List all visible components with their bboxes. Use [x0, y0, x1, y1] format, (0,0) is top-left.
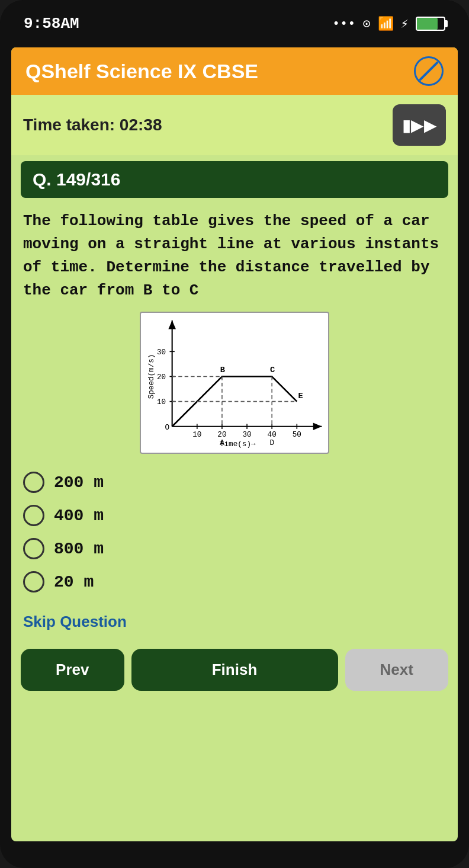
- svg-text:Time(s)→: Time(s)→: [220, 440, 256, 449]
- radio-2[interactable]: [23, 505, 44, 526]
- app-title: QShelf Science IX CBSE: [25, 60, 258, 83]
- app-container: QShelf Science IX CBSE Time taken: 02:38…: [11, 47, 458, 841]
- svg-marker-3: [313, 422, 322, 430]
- graph-container: Speed(m/s) 10 20 30 10 20 30: [140, 312, 329, 454]
- svg-text:O: O: [165, 423, 169, 432]
- svg-text:C: C: [270, 366, 275, 374]
- svg-text:A: A: [220, 438, 224, 447]
- app-header: QShelf Science IX CBSE: [11, 47, 458, 95]
- svg-text:10: 10: [157, 398, 166, 406]
- graph-svg: Speed(m/s) 10 20 30 10 20 30: [141, 313, 328, 453]
- dots-icon: •••: [332, 17, 356, 31]
- option-label-3: 800 m: [54, 540, 104, 558]
- bolt-icon: ⚡: [401, 16, 409, 32]
- battery-icon: [416, 17, 445, 31]
- skip-question-link[interactable]: Skip Question: [11, 610, 458, 640]
- alarm-icon: ⊙: [363, 16, 371, 32]
- question-text: The following table gives the speed of a…: [23, 210, 446, 302]
- prev-button[interactable]: Prev: [21, 649, 124, 691]
- question-number-bar: Q. 149/316: [21, 161, 448, 198]
- svg-text:20: 20: [157, 373, 166, 382]
- option-label-4: 20 m: [54, 573, 94, 591]
- timer-text: Time taken: 02:38: [23, 116, 162, 134]
- battery-fill: [417, 18, 438, 30]
- svg-text:20: 20: [217, 430, 226, 439]
- bottom-buttons: Prev Finish Next: [11, 643, 458, 697]
- svg-text:10: 10: [192, 430, 201, 439]
- status-time: 9:58AM: [24, 15, 79, 33]
- svg-text:Speed(m/s): Speed(m/s): [147, 354, 156, 399]
- svg-marker-2: [168, 321, 176, 329]
- next-button[interactable]: Next: [345, 649, 449, 691]
- help-icon[interactable]: [414, 56, 444, 86]
- question-content: The following table gives the speed of a…: [11, 204, 458, 466]
- speaker-icon: ▮▶▶: [402, 116, 437, 135]
- status-bar: 9:58AM ••• ⊙ 📶 ⚡: [0, 0, 469, 47]
- svg-text:50: 50: [293, 430, 301, 439]
- finish-button[interactable]: Finish: [131, 649, 338, 691]
- timer-row: Time taken: 02:38 ▮▶▶: [11, 95, 458, 155]
- svg-text:30: 30: [242, 430, 251, 439]
- option-label-1: 200 m: [54, 473, 104, 492]
- radio-4[interactable]: [23, 571, 44, 592]
- svg-text:B: B: [220, 366, 225, 374]
- signal-icon: 📶: [378, 16, 394, 32]
- radio-1[interactable]: [23, 472, 44, 493]
- question-number: Q. 149/316: [33, 169, 120, 189]
- radio-3[interactable]: [23, 538, 44, 559]
- svg-text:30: 30: [157, 348, 166, 357]
- sound-button[interactable]: ▮▶▶: [393, 104, 446, 146]
- svg-text:D: D: [269, 438, 274, 447]
- status-icons: ••• ⊙ 📶 ⚡: [332, 16, 445, 32]
- phone-shell: 9:58AM ••• ⊙ 📶 ⚡ QShelf Science IX CBSE …: [0, 0, 469, 868]
- options-container: 200 m 400 m 800 m 20 m: [11, 466, 458, 610]
- option-item-3[interactable]: 800 m: [23, 538, 446, 559]
- svg-text:E: E: [298, 392, 303, 401]
- option-item-2[interactable]: 400 m: [23, 505, 446, 526]
- option-label-2: 400 m: [54, 507, 104, 525]
- svg-text:40: 40: [268, 430, 277, 439]
- option-item-1[interactable]: 200 m: [23, 472, 446, 493]
- option-item-4[interactable]: 20 m: [23, 571, 446, 592]
